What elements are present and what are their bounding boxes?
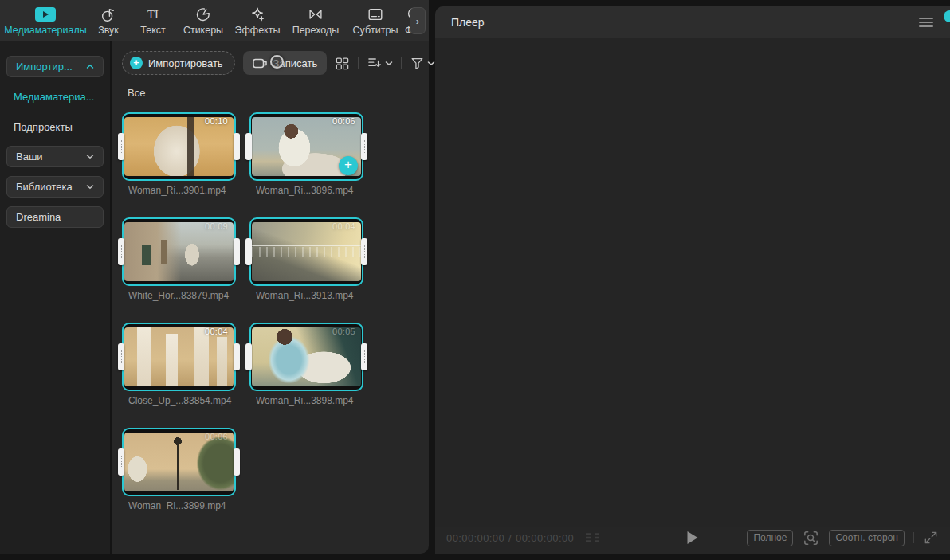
media-item-thumbnail[interactable]: 00:10 <box>122 112 236 181</box>
fullscreen-icon[interactable] <box>923 530 939 546</box>
media-item: 00:10 Woman_Ri...3901.mp4 <box>122 112 236 196</box>
top-tabbar: Медиаматериалы Звук TI Текст Стикеры <box>0 0 429 41</box>
preview-zoom-icon[interactable] <box>802 529 820 547</box>
media-item: 00:04 Close_Up_...83854.mp4 <box>122 323 236 406</box>
media-item-thumbnail[interactable]: 00:09 <box>122 217 236 286</box>
media-item-thumbnail[interactable]: 00:05 <box>249 323 363 391</box>
media-toolbar: + Импортировать Записать <box>122 51 435 75</box>
category-all-label[interactable]: Все <box>128 87 145 99</box>
tab-audio[interactable]: Звук <box>88 0 129 41</box>
trim-handle-right[interactable] <box>361 133 367 160</box>
trim-handle-right[interactable] <box>234 133 240 160</box>
tab-transitions[interactable]: Переходы <box>285 0 346 41</box>
toolbar-divider <box>358 57 359 69</box>
thumbnail-image <box>124 433 234 491</box>
trim-handle-left[interactable] <box>245 343 252 370</box>
toolbar-divider <box>401 57 402 69</box>
chevron-down-icon <box>427 61 435 66</box>
sidebar-item-subprojects[interactable]: Подпроекты <box>0 120 110 134</box>
timecode-separator: / <box>504 532 516 544</box>
import-button[interactable]: + Импортировать <box>122 51 235 75</box>
player-preview-area[interactable] <box>435 38 950 527</box>
sidebar-group-yours[interactable]: Ваши <box>6 146 104 167</box>
media-item-thumbnail[interactable]: 00:04 <box>249 217 363 286</box>
media-item-name: Close_Up_...83854.mp4 <box>122 395 236 406</box>
media-item-name: Woman_Ri...3901.mp4 <box>122 185 236 196</box>
trim-handle-left[interactable] <box>118 133 124 160</box>
record-button[interactable]: Записать <box>243 51 328 75</box>
trim-handle-left[interactable] <box>118 238 124 265</box>
sidebar-group-library[interactable]: Библиотека <box>6 176 104 198</box>
player-header: Плеер <box>435 6 950 38</box>
tab-effects[interactable]: Эффекты <box>230 0 285 41</box>
trim-handle-left[interactable] <box>118 343 124 370</box>
play-button[interactable] <box>688 531 698 544</box>
trim-handle-right[interactable] <box>234 238 240 265</box>
transitions-icon <box>307 6 324 22</box>
duration-badge: 00:09 <box>205 221 228 231</box>
media-item-thumbnail[interactable]: 00:06 <box>122 428 236 496</box>
thumbnail-image <box>252 327 361 386</box>
chevron-down-icon <box>385 61 393 66</box>
effects-star-icon <box>249 6 266 22</box>
tab-media[interactable]: Медиаматериалы <box>3 0 88 41</box>
duration-badge: 00:06 <box>205 432 228 441</box>
tab-media-label: Медиаматериалы <box>4 25 86 36</box>
grid-view-icon <box>335 56 350 71</box>
duration-badge: 00:10 <box>205 116 228 126</box>
media-grid: 00:10 Woman_Ri...3901.mp4 00:06 + Woman_… <box>122 112 363 511</box>
media-item-name: Woman_Ri...3899.mp4 <box>122 500 236 511</box>
filter-funnel-icon <box>410 56 425 71</box>
aspect-ratio-button[interactable]: Соотн. сторон <box>829 530 905 546</box>
filter-button[interactable] <box>410 56 435 71</box>
player-menu-button[interactable] <box>918 16 934 29</box>
sidebar-item-dreamina[interactable]: Dreamina <box>6 206 104 228</box>
controls-divider <box>913 532 914 543</box>
trim-handle-right[interactable] <box>361 238 367 265</box>
frame-view-icon[interactable] <box>583 531 603 545</box>
media-item-thumbnail[interactable]: 00:06 + <box>249 112 363 181</box>
sidebar-item-media[interactable]: Медиаматериа... <box>0 90 110 104</box>
sort-button[interactable] <box>367 55 393 71</box>
tabs-expand-button[interactable]: › <box>410 7 426 34</box>
thumbnail-image <box>124 327 234 386</box>
chevron-up-icon <box>86 64 94 69</box>
trim-handle-left[interactable] <box>245 238 252 265</box>
trim-handle-left[interactable] <box>245 133 252 160</box>
add-to-timeline-button[interactable]: + <box>339 156 358 175</box>
media-play-icon <box>35 6 56 22</box>
sidebar-group-imported[interactable]: Импортир... <box>6 56 104 77</box>
media-library-panel: Медиаматериалы Звук TI Текст Стикеры <box>0 0 429 554</box>
duration-badge: 00:04 <box>332 221 355 231</box>
camera-icon <box>253 57 268 69</box>
notification-badge <box>944 10 950 22</box>
sidebar-group-imported-label: Импортир... <box>16 61 73 72</box>
player-right-controls: Полное Соотн. сторон <box>747 529 939 547</box>
full-quality-button[interactable]: Полное <box>747 530 793 546</box>
thumbnail-image <box>124 117 234 176</box>
trim-handle-right[interactable] <box>234 343 240 370</box>
video-editor-app: Медиаматериалы Звук TI Текст Стикеры <box>0 0 950 560</box>
svg-text:TI: TI <box>147 7 159 20</box>
plus-icon: + <box>130 57 143 69</box>
chevron-down-icon <box>86 154 94 159</box>
trim-handle-right[interactable] <box>361 343 367 370</box>
media-item-name: Woman_Ri...3913.mp4 <box>249 290 363 301</box>
media-item-thumbnail[interactable]: 00:04 <box>122 323 236 391</box>
timecode-current: 00:00:00:00 <box>446 532 504 544</box>
media-grid-panel: + Импортировать Записать <box>113 41 429 554</box>
text-icon: TI <box>144 6 162 22</box>
music-icon <box>100 6 117 22</box>
player-controls: 00:00:00:00 / 00:00:00:00 Полное Соотн. … <box>435 527 950 548</box>
duration-badge: 00:04 <box>205 327 228 336</box>
tab-subtitles[interactable]: Субтитры <box>346 0 405 41</box>
tab-text[interactable]: TI Текст <box>129 0 177 41</box>
tab-stickers[interactable]: Стикеры <box>177 0 230 41</box>
hamburger-icon <box>918 16 934 29</box>
view-mode-button[interactable] <box>335 56 350 71</box>
trim-handle-left[interactable] <box>118 448 124 476</box>
thumbnail-image <box>124 222 234 281</box>
media-item: 00:05 Woman_Ri...3898.mp4 <box>249 323 363 406</box>
trim-handle-right[interactable] <box>234 448 240 476</box>
timecode-total: 00:00:00:00 <box>516 532 574 544</box>
